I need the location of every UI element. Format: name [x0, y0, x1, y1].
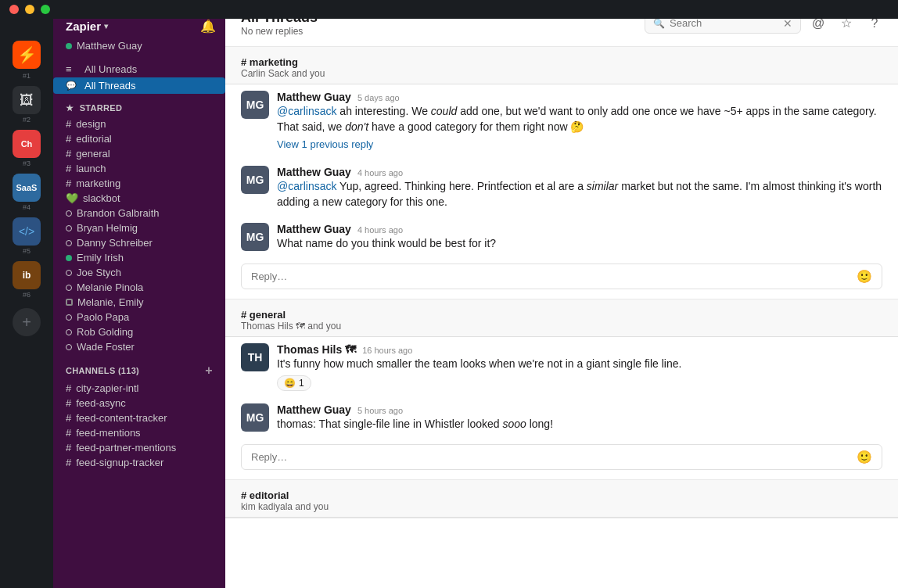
message-text-m3: What name do you think would be best for…	[277, 235, 882, 251]
reply-box-general[interactable]: 🙂	[241, 444, 882, 470]
dm-emily[interactable]: Emily Irish	[53, 250, 225, 265]
presence-dot-joe	[66, 270, 72, 276]
main-content: All Threads No new replies 🔍 ✕ @ ☆ ? # m…	[225, 0, 898, 588]
all-threads-icon: 💬	[66, 81, 78, 91]
app-5[interactable]: </> #5	[13, 217, 41, 255]
channel-name-editorial[interactable]: # editorial	[241, 489, 882, 501]
dm-paolo[interactable]: Paolo Papa	[53, 310, 225, 324]
dm-label-joe: Joe Stych	[77, 267, 121, 278]
message-g1: TH Thomas Hils 🗺 16 hours ago It's funny…	[225, 337, 898, 396]
sidebar-item-feed-signup-tracker[interactable]: # feed-signup-tracker	[53, 455, 225, 470]
reaction-g1[interactable]: 😄 1	[277, 375, 311, 391]
message-text-m1: @carlinsack ah interesting. We could add…	[277, 103, 882, 135]
avatar-g1: TH	[241, 343, 269, 371]
channels-section-header: CHANNELS (113) +	[53, 354, 225, 381]
star-icon: ★	[66, 103, 74, 113]
channel-name-general[interactable]: # general	[241, 309, 882, 321]
dm-melanie-e[interactable]: Melanie, Emily	[53, 295, 225, 310]
sidebar-item-feed-mentions[interactable]: # feed-mentions	[53, 425, 225, 440]
message-header-g1: Thomas Hils 🗺 16 hours ago	[277, 343, 882, 356]
dm-label-rob: Rob Golding	[77, 326, 133, 338]
app-6[interactable]: ib #6	[13, 261, 41, 299]
sidebar-item-slackbot[interactable]: 💚 slackbot	[53, 191, 225, 206]
reply-input-marketing[interactable]	[251, 271, 850, 282]
message-author-g2: Matthew Guay	[277, 403, 351, 416]
dm-joe[interactable]: Joe Stych	[53, 265, 225, 280]
message-content-g2: Matthew Guay 5 hours ago thomas: That si…	[277, 403, 882, 432]
emoji-button-marketing[interactable]: 🙂	[857, 269, 872, 284]
app-4[interactable]: SaaS #4	[13, 174, 41, 211]
starred-label: ★ STARRED	[66, 103, 122, 113]
presence-dot-emily	[66, 255, 72, 261]
hash-icon: #	[66, 148, 71, 160]
channel-header-general: # general Thomas Hils 🗺 and you	[225, 299, 898, 337]
search-input[interactable]	[670, 17, 778, 29]
channel-label: feed-async	[76, 397, 126, 409]
hash-icon: #	[66, 412, 71, 424]
view-previous-reply-link[interactable]: View 1 previous reply	[277, 135, 373, 153]
channel-name-marketing[interactable]: # marketing	[241, 56, 882, 68]
sidebar-item-launch[interactable]: # launch	[53, 161, 225, 176]
notifications-bell-icon[interactable]: 🔔	[200, 19, 216, 34]
dm-bryan[interactable]: Bryan Helmig	[53, 220, 225, 235]
channel-header-marketing: # marketing Carlin Sack and you	[225, 47, 898, 84]
message-g2: MG Matthew Guay 5 hours ago thomas: That…	[225, 397, 898, 438]
sidebar-item-city-zapier-intl[interactable]: # city-zapier-intl	[53, 381, 225, 396]
close-button[interactable]	[9, 5, 19, 14]
app-icon-label-2: #2	[23, 116, 31, 124]
channel-label-general: general	[76, 148, 110, 160]
message-header-g2: Matthew Guay 5 hours ago	[277, 403, 882, 416]
message-time-m2: 4 hours ago	[357, 168, 403, 177]
dm-danny[interactable]: Danny Schreiber	[53, 235, 225, 250]
reply-box-marketing[interactable]: 🙂	[241, 264, 882, 289]
app-3[interactable]: Ch #3	[13, 130, 41, 167]
sidebar-item-feed-async[interactable]: # feed-async	[53, 396, 225, 411]
dm-wade[interactable]: Wade Foster	[53, 339, 225, 354]
reply-input-general[interactable]	[251, 451, 850, 463]
dm-label-bryan: Bryan Helmig	[77, 222, 138, 234]
add-channel-button[interactable]: +	[205, 364, 213, 378]
dm-melanie-p[interactable]: Melanie Pinola	[53, 280, 225, 295]
channel-label: feed-mentions	[76, 427, 140, 439]
sidebar-item-all-unreads[interactable]: ≡ All Unreads	[53, 61, 225, 77]
sidebar-item-all-threads[interactable]: 💬 All Threads	[53, 77, 225, 94]
workspace-name[interactable]: Zapier ▾	[66, 20, 108, 33]
zapier-app-icon[interactable]: ⚡ #1	[13, 41, 41, 80]
sidebar-item-general[interactable]: # general	[53, 146, 225, 161]
thread-messages-marketing: MG Matthew Guay 5 days ago @carlinsack a…	[225, 84, 898, 289]
presence-dot-danny	[66, 240, 72, 246]
hash-icon: #	[66, 382, 71, 394]
sidebar-item-editorial[interactable]: # editorial	[53, 131, 225, 146]
dm-label-melanie-e: Melanie, Emily	[77, 296, 144, 308]
presence-dot-paolo	[66, 314, 72, 321]
message-content-g1: Thomas Hils 🗺 16 hours ago It's funny ho…	[277, 343, 882, 390]
app-icon-label-6: #6	[23, 291, 31, 299]
dm-rob[interactable]: Rob Golding	[53, 324, 225, 339]
dm-brandon[interactable]: Brandon Galbraith	[53, 206, 225, 220]
sidebar-item-design[interactable]: # design	[53, 117, 225, 131]
sidebar-item-feed-partner-mentions[interactable]: # feed-partner-mentions	[53, 440, 225, 455]
app-icon-5: </>	[13, 217, 41, 246]
message-time-m1: 5 days ago	[357, 93, 400, 102]
online-status-dot	[66, 43, 72, 49]
sidebar-item-marketing[interactable]: # marketing	[53, 176, 225, 191]
emoji-button-general[interactable]: 🙂	[857, 450, 872, 464]
add-workspace-button[interactable]: +	[13, 308, 41, 336]
channel-label: city-zapier-intl	[76, 382, 138, 394]
app-icon-label-1: #1	[23, 72, 31, 80]
minimize-button[interactable]	[25, 5, 34, 14]
sidebar-item-feed-content-tracker[interactable]: # feed-content-tracker	[53, 411, 225, 425]
app-2[interactable]: 🖼 #2	[13, 86, 41, 124]
sidebar-header: Zapier ▾ 🔔	[53, 19, 225, 40]
message-author-m3: Matthew Guay	[277, 223, 351, 235]
hash-icon: #	[66, 427, 71, 439]
app-icon-6: ib	[13, 261, 41, 289]
channel-participants-editorial: kim kadiyala and you	[241, 501, 882, 512]
message-author-m1: Matthew Guay	[277, 91, 351, 103]
maximize-button[interactable]	[41, 5, 50, 14]
reaction-emoji: 😄	[284, 378, 296, 389]
app-icon-2: 🖼	[13, 86, 41, 114]
presence-dot-wade	[66, 344, 72, 350]
message-content-m3: Matthew Guay 4 hours ago What name do yo…	[277, 223, 882, 251]
titlebar	[0, 0, 898, 19]
